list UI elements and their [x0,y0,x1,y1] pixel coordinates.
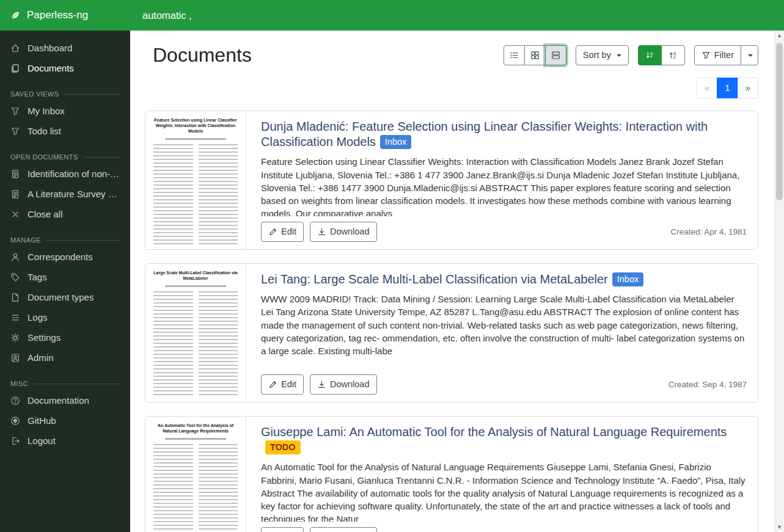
edit-button[interactable]: Edit [261,222,304,242]
funnel-icon [10,106,20,116]
sidebar: Dashboard Documents SAVED VIEWS My Inbox… [0,31,130,532]
thumbnail-title: An Automatic Tool for the Analysis of Na… [153,423,238,434]
download-icon [317,227,326,236]
sidebar-item-dashboard[interactable]: Dashboard [0,38,130,58]
document-title: Dunja Mladenić: Feature Selection using … [261,119,747,151]
filter-button[interactable]: Filter [694,45,741,65]
file-text-icon [10,189,20,199]
thumbnail-authors-line [165,138,225,140]
sidebar-item-label: Todo list [27,126,61,136]
sidebar-item-logout[interactable]: Logout [0,431,130,451]
pencil-icon [268,227,277,236]
download-button[interactable]: Download [310,222,377,242]
details-view-icon [551,51,560,60]
view-grid-button[interactable] [524,45,546,65]
download-button[interactable]: Download [310,374,377,395]
document-title: Giuseppe Lami: An Automatic Tool for the… [261,425,747,456]
sidebar-item-label: Correspondents [27,252,93,262]
edit-button[interactable]: Edit [261,374,304,395]
sidebar-item-label: Documentation [27,395,89,406]
sort-alphabetical-button[interactable] [661,45,685,65]
sidebar-item-admin[interactable]: Admin [0,348,130,368]
pagination-page-1[interactable]: 1 [717,78,738,98]
documents-icon [10,64,20,73]
document-excerpt: Feature Selection using Linear Classifie… [261,155,747,216]
document-title-link[interactable]: Giuseppe Lami: An Automatic Tool for the… [261,425,727,439]
pagination: « 1 » [697,78,758,98]
download-icon [317,380,326,389]
close-icon [10,210,20,219]
thumbnail-title: Large Scale Multi-Label Classification v… [153,270,238,281]
sidebar-item-todo-list[interactable]: Todo list [0,121,130,141]
scroll-down-arrow-icon[interactable]: ▼ [775,522,784,532]
sidebar-item-documents[interactable]: Documents [0,58,130,78]
view-details-button[interactable] [545,45,566,65]
sidebar-section-saved-views: SAVED VIEWS [10,90,120,98]
sidebar-item-logs[interactable]: Logs [0,307,130,327]
sidebar-item-my-inbox[interactable]: My Inbox [0,101,130,121]
edit-button[interactable]: Edit [261,527,304,532]
tag-badge[interactable]: Inbox [380,135,411,149]
sort-alpha-up-icon [669,51,678,60]
thumbnail-authors-line [165,285,225,287]
tag-badge[interactable]: TODO [265,440,301,454]
thumbnail-title: Feature Selection using Linear Classifie… [153,117,238,134]
scrollbar-thumb[interactable] [776,43,783,200]
sidebar-item-github[interactable]: GitHub [0,410,130,431]
document-thumbnail[interactable]: An Automatic Tool for the Analysis of Na… [145,417,246,532]
home-icon [10,43,20,53]
tag-icon [10,272,20,282]
filter-label: Filter [714,49,734,61]
view-list-button[interactable] [504,45,525,65]
list-view-icon [510,51,519,60]
brand-link[interactable]: Paperless-ng [0,9,130,21]
person-icon [10,252,20,262]
pagination-prev[interactable]: « [697,78,717,98]
pagination-next[interactable]: » [738,78,758,98]
sidebar-item-document-types[interactable]: Document types [0,287,130,307]
sidebar-item-documentation[interactable]: Documentation [0,390,130,410]
search-input[interactable] [141,9,762,22]
created-date: Created: Apr 4, 1981 [670,227,747,236]
sidebar-item-label: GitHub [27,415,56,426]
filter-dropdown-toggle[interactable] [741,45,758,65]
thumbnail-text-columns [153,444,238,532]
document-title: Lei Tang: Large Scale Multi-Label Classi… [261,272,747,288]
sidebar-item-label: Document types [27,292,93,302]
tag-badge[interactable]: Inbox [612,272,643,286]
funnel-icon [10,126,20,136]
sort-by-dropdown[interactable]: Sort by [576,45,629,65]
sidebar-item-settings[interactable]: Settings [0,327,130,348]
scroll-up-arrow-icon[interactable]: ▲ [775,31,784,40]
document-title-link[interactable]: Lei Tang: Large Scale Multi-Label Classi… [261,272,608,286]
sidebar-item-close-all[interactable]: Close all [0,204,130,224]
sidebar-item-correspondents[interactable]: Correspondents [0,247,130,267]
created-date: Created: Sep 4, 1987 [669,380,747,389]
file-text-icon [10,169,20,179]
sidebar-item-label: Logout [27,435,56,446]
sidebar-item-label: Settings [27,332,60,343]
sidebar-item-label: Logs [27,312,48,322]
sort-descending-button[interactable] [638,45,662,65]
funnel-icon [702,51,711,60]
document-card: An Automatic Tool for the Analysis of Na… [145,416,758,532]
document-thumbnail[interactable]: Feature Selection using Linear Classifie… [145,111,246,249]
sidebar-item-label: Identification of non-fu... [27,169,120,179]
sidebar-item-open-doc-identification[interactable]: Identification of non-fu... [0,164,130,184]
sort-direction-group [638,45,685,65]
leaf-logo-icon [10,10,21,21]
sidebar-item-label: Close all [27,209,63,219]
github-icon [10,416,20,426]
person-badge-icon [10,353,20,363]
vertical-scrollbar[interactable]: ▲ ▼ [774,31,784,532]
sidebar-item-label: My Inbox [27,106,65,116]
file-icon [10,293,20,302]
document-thumbnail[interactable]: Large Scale Multi-Label Classification v… [145,264,246,402]
view-mode-group [504,45,566,65]
sidebar-item-tags[interactable]: Tags [0,267,130,287]
document-title-link[interactable]: Dunja Mladenić: Feature Selection using … [261,120,708,148]
download-button[interactable]: Download [310,527,377,532]
page-title: Documents [153,44,252,67]
sidebar-item-open-doc-literature-survey[interactable]: A Literature Survey on ... [0,184,130,204]
document-excerpt: An Automatic Tool for the Analysis of Na… [261,461,747,521]
